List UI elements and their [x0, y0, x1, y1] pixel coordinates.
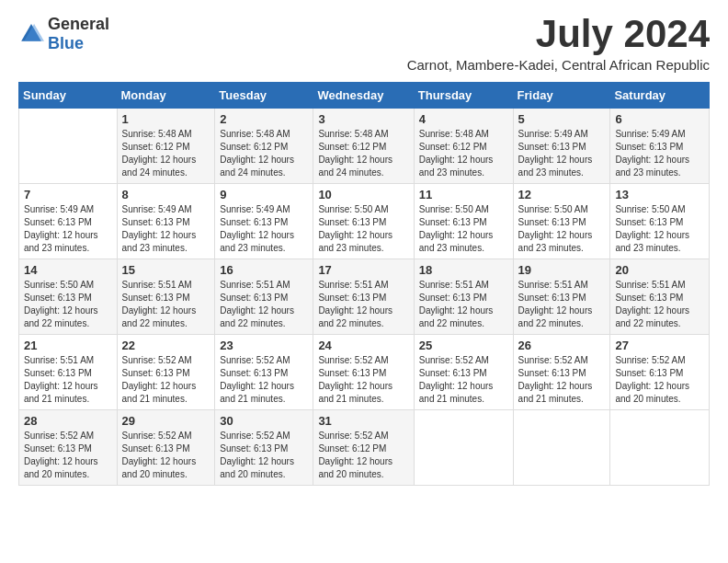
- day-info: Sunrise: 5:51 AMSunset: 6:13 PMDaylight:…: [419, 280, 494, 328]
- calendar-cell: 12Sunrise: 5:50 AMSunset: 6:13 PMDayligh…: [513, 184, 610, 259]
- day-info: Sunrise: 5:48 AMSunset: 6:12 PMDaylight:…: [318, 129, 392, 178]
- day-info: Sunrise: 5:50 AMSunset: 6:13 PMDaylight:…: [24, 280, 98, 328]
- day-number: 3: [318, 112, 408, 126]
- calendar-cell: 13Sunrise: 5:50 AMSunset: 6:13 PMDayligh…: [610, 184, 710, 259]
- day-info: Sunrise: 5:49 AMSunset: 6:13 PMDaylight:…: [615, 129, 689, 178]
- calendar-cell: 28Sunrise: 5:52 AMSunset: 6:13 PMDayligh…: [19, 410, 118, 486]
- day-number: 15: [122, 263, 210, 277]
- calendar-cell: [19, 109, 118, 184]
- day-number: 7: [24, 188, 112, 201]
- calendar-week-row: 21Sunrise: 5:51 AMSunset: 6:13 PMDayligh…: [19, 335, 710, 410]
- day-info: Sunrise: 5:49 AMSunset: 6:13 PMDaylight:…: [220, 204, 294, 253]
- day-number: 18: [419, 263, 508, 277]
- logo-icon: [18, 21, 44, 47]
- calendar-week-row: 7Sunrise: 5:49 AMSunset: 6:13 PMDaylight…: [19, 184, 710, 259]
- day-number: 6: [615, 112, 704, 126]
- day-header: Saturday: [610, 83, 710, 109]
- day-number: 29: [122, 414, 210, 428]
- day-number: 4: [419, 112, 508, 126]
- calendar-cell: 27Sunrise: 5:52 AMSunset: 6:13 PMDayligh…: [610, 335, 710, 410]
- logo-text: General Blue: [48, 15, 109, 53]
- calendar-cell: 30Sunrise: 5:52 AMSunset: 6:13 PMDayligh…: [215, 410, 313, 486]
- calendar-cell: 24Sunrise: 5:52 AMSunset: 6:13 PMDayligh…: [313, 335, 414, 410]
- day-info: Sunrise: 5:52 AMSunset: 6:13 PMDaylight:…: [419, 355, 494, 404]
- day-number: 23: [220, 339, 308, 352]
- day-info: Sunrise: 5:50 AMSunset: 6:13 PMDaylight:…: [318, 204, 392, 253]
- calendar-cell: 9Sunrise: 5:49 AMSunset: 6:13 PMDaylight…: [215, 184, 313, 259]
- calendar-week-row: 28Sunrise: 5:52 AMSunset: 6:13 PMDayligh…: [19, 410, 710, 486]
- day-info: Sunrise: 5:51 AMSunset: 6:13 PMDaylight:…: [220, 280, 294, 328]
- day-number: 17: [318, 263, 408, 277]
- day-header: Sunday: [19, 83, 118, 109]
- day-number: 2: [220, 112, 308, 126]
- calendar-cell: 8Sunrise: 5:49 AMSunset: 6:13 PMDaylight…: [117, 184, 215, 259]
- calendar-cell: 16Sunrise: 5:51 AMSunset: 6:13 PMDayligh…: [215, 259, 313, 335]
- day-info: Sunrise: 5:49 AMSunset: 6:13 PMDaylight:…: [518, 129, 593, 178]
- day-info: Sunrise: 5:50 AMSunset: 6:13 PMDaylight:…: [615, 204, 689, 253]
- header: General Blue July 2024: [18, 15, 710, 53]
- day-info: Sunrise: 5:48 AMSunset: 6:12 PMDaylight:…: [419, 129, 494, 178]
- day-number: 11: [419, 188, 508, 201]
- calendar-cell: 7Sunrise: 5:49 AMSunset: 6:13 PMDaylight…: [19, 184, 118, 259]
- day-number: 28: [24, 414, 112, 428]
- day-number: 24: [318, 339, 408, 352]
- day-header: Tuesday: [215, 83, 313, 109]
- day-info: Sunrise: 5:51 AMSunset: 6:13 PMDaylight:…: [24, 355, 98, 404]
- calendar-cell: 2Sunrise: 5:48 AMSunset: 6:12 PMDaylight…: [215, 109, 313, 184]
- calendar-cell: 15Sunrise: 5:51 AMSunset: 6:13 PMDayligh…: [117, 259, 215, 335]
- day-header: Wednesday: [313, 83, 414, 109]
- day-info: Sunrise: 5:52 AMSunset: 6:13 PMDaylight:…: [24, 431, 98, 479]
- day-info: Sunrise: 5:49 AMSunset: 6:13 PMDaylight:…: [24, 204, 98, 253]
- calendar-week-row: 14Sunrise: 5:50 AMSunset: 6:13 PMDayligh…: [19, 259, 710, 335]
- calendar-cell: 5Sunrise: 5:49 AMSunset: 6:13 PMDaylight…: [513, 109, 610, 184]
- calendar-cell: 17Sunrise: 5:51 AMSunset: 6:13 PMDayligh…: [313, 259, 414, 335]
- calendar-cell: 29Sunrise: 5:52 AMSunset: 6:13 PMDayligh…: [117, 410, 215, 486]
- calendar-cell: 3Sunrise: 5:48 AMSunset: 6:12 PMDaylight…: [313, 109, 414, 184]
- day-info: Sunrise: 5:50 AMSunset: 6:13 PMDaylight:…: [419, 204, 494, 253]
- day-number: 9: [220, 188, 308, 201]
- day-info: Sunrise: 5:48 AMSunset: 6:12 PMDaylight:…: [220, 129, 294, 178]
- day-number: 16: [220, 263, 308, 277]
- calendar-cell: 4Sunrise: 5:48 AMSunset: 6:12 PMDaylight…: [414, 109, 513, 184]
- day-number: 14: [24, 263, 112, 277]
- calendar-cell: 21Sunrise: 5:51 AMSunset: 6:13 PMDayligh…: [19, 335, 118, 410]
- day-number: 12: [518, 188, 606, 201]
- day-info: Sunrise: 5:51 AMSunset: 6:13 PMDaylight:…: [615, 280, 689, 328]
- day-info: Sunrise: 5:51 AMSunset: 6:13 PMDaylight:…: [318, 280, 392, 328]
- day-info: Sunrise: 5:51 AMSunset: 6:13 PMDaylight:…: [122, 280, 197, 328]
- day-info: Sunrise: 5:50 AMSunset: 6:13 PMDaylight:…: [518, 204, 593, 253]
- calendar-cell: 19Sunrise: 5:51 AMSunset: 6:13 PMDayligh…: [513, 259, 610, 335]
- day-number: 13: [615, 188, 704, 201]
- day-info: Sunrise: 5:52 AMSunset: 6:13 PMDaylight:…: [318, 355, 392, 404]
- day-info: Sunrise: 5:52 AMSunset: 6:12 PMDaylight:…: [318, 431, 392, 479]
- calendar-cell: 25Sunrise: 5:52 AMSunset: 6:13 PMDayligh…: [414, 335, 513, 410]
- day-number: 20: [615, 263, 704, 277]
- calendar-cell: 6Sunrise: 5:49 AMSunset: 6:13 PMDaylight…: [610, 109, 710, 184]
- calendar-cell: 22Sunrise: 5:52 AMSunset: 6:13 PMDayligh…: [117, 335, 215, 410]
- day-number: 30: [220, 414, 308, 428]
- day-info: Sunrise: 5:52 AMSunset: 6:13 PMDaylight:…: [220, 355, 294, 404]
- calendar-cell: 11Sunrise: 5:50 AMSunset: 6:13 PMDayligh…: [414, 184, 513, 259]
- day-info: Sunrise: 5:48 AMSunset: 6:12 PMDaylight:…: [122, 129, 197, 178]
- day-info: Sunrise: 5:52 AMSunset: 6:13 PMDaylight:…: [518, 355, 593, 404]
- calendar-cell: [610, 410, 710, 486]
- calendar-cell: 31Sunrise: 5:52 AMSunset: 6:12 PMDayligh…: [313, 410, 414, 486]
- header-row: SundayMondayTuesdayWednesdayThursdayFrid…: [19, 83, 710, 109]
- calendar-cell: 20Sunrise: 5:51 AMSunset: 6:13 PMDayligh…: [610, 259, 710, 335]
- day-number: 1: [122, 112, 210, 126]
- day-number: 25: [419, 339, 508, 352]
- logo: General Blue: [18, 15, 109, 53]
- day-header: Friday: [513, 83, 610, 109]
- day-number: 26: [518, 339, 606, 352]
- calendar-cell: 26Sunrise: 5:52 AMSunset: 6:13 PMDayligh…: [513, 335, 610, 410]
- calendar-cell: 23Sunrise: 5:52 AMSunset: 6:13 PMDayligh…: [215, 335, 313, 410]
- calendar-cell: 1Sunrise: 5:48 AMSunset: 6:12 PMDaylight…: [117, 109, 215, 184]
- day-header: Monday: [117, 83, 215, 109]
- day-info: Sunrise: 5:51 AMSunset: 6:13 PMDaylight:…: [518, 280, 593, 328]
- subtitle: Carnot, Mambere-Kadei, Central African R…: [18, 57, 710, 73]
- day-info: Sunrise: 5:52 AMSunset: 6:13 PMDaylight:…: [615, 355, 689, 404]
- day-info: Sunrise: 5:52 AMSunset: 6:13 PMDaylight:…: [122, 355, 197, 404]
- calendar-cell: 18Sunrise: 5:51 AMSunset: 6:13 PMDayligh…: [414, 259, 513, 335]
- day-header: Thursday: [414, 83, 513, 109]
- day-number: 31: [318, 414, 408, 428]
